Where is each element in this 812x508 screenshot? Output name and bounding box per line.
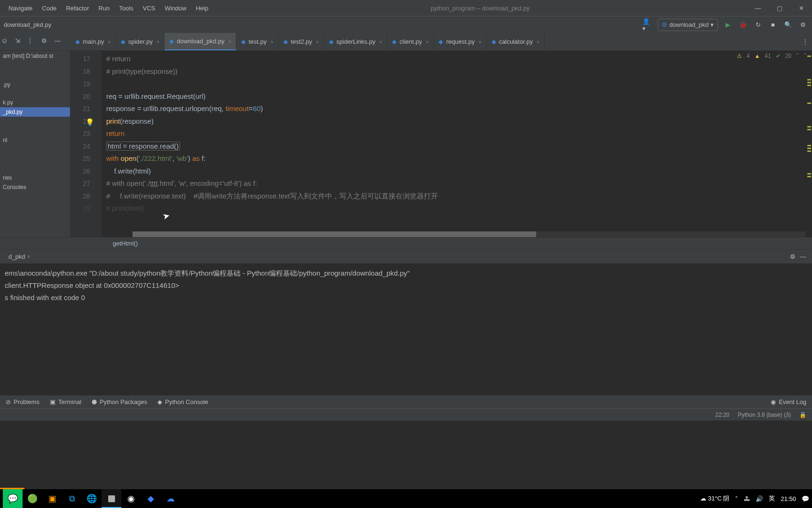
console-hide-icon[interactable]: — [798,252,808,262]
expand-icon[interactable]: ⇲ [15,37,24,47]
search-button[interactable]: 🔍 [783,20,793,30]
event-log-tool[interactable]: ◉Event Log [771,398,806,405]
tab-download-pkd[interactable]: ◆download_pkd.py× [164,33,236,50]
user-icon[interactable]: 👤▾ [642,20,653,30]
python-packages-tool[interactable]: ⬢Python Packages [92,398,147,405]
menu-code[interactable]: Code [37,2,61,14]
tab-main[interactable]: ◆main.py× [70,33,116,50]
structure-breadcrumb[interactable]: getHtml() [0,237,812,249]
chrome-icon[interactable]: ◉ [121,489,141,508]
code-editor[interactable]: 17181920212223242526272829 # return # pr… [70,51,812,237]
interpreter-selector[interactable]: Python 3.8 (base) (3) [738,412,791,418]
gear-icon[interactable]: ⚙ [41,37,51,47]
close-icon[interactable]: × [27,253,31,260]
python-icon: ◆ [169,38,174,45]
terminal-tool[interactable]: ▣Terminal [50,398,81,405]
debug-button[interactable]: 🐞 [738,20,748,30]
close-icon[interactable]: × [426,39,429,45]
ime-indicator[interactable]: 英 [769,494,775,503]
run-tab[interactable]: d_pkd× [4,252,35,262]
tab-calculator[interactable]: ◆calculator.py× [487,33,545,50]
error-stripe[interactable] [805,51,812,237]
maximize-button[interactable]: ▢ [769,0,790,16]
tree-item[interactable]: ries [0,173,70,183]
python-icon: ◆ [329,38,334,45]
app-icon-blue2[interactable]: ☁ [161,489,180,508]
menu-help[interactable]: Help [191,2,213,14]
volume-icon[interactable]: 🔊 [756,495,763,502]
tab-request[interactable]: ◆request.py× [434,33,486,50]
run-console[interactable]: ems\anoconda\python.exe "D:/about study/… [0,263,812,395]
project-view-options: ⊙ ⇲ ┊ ⚙ — [0,33,70,50]
close-icon[interactable]: × [156,39,159,45]
tree-item[interactable]: k.py [0,98,70,107]
tab-spider[interactable]: ◆spider.py× [116,33,164,50]
tree-item[interactable]: Consoles [0,183,70,192]
menu-navigate[interactable]: Navigate [4,2,37,14]
locate-icon[interactable]: ⊙ [2,37,11,47]
menu-run[interactable]: Run [94,2,115,14]
app-icon-blue[interactable]: ◆ [141,489,161,508]
minimize-button[interactable]: — [747,0,769,16]
tabs-overflow[interactable]: ⋮ [798,33,812,50]
tab-spiderlinks[interactable]: ◆spiderLinks.py× [324,33,388,50]
python-icon: ◆ [241,38,246,45]
console-line: client.HTTPResponse object at 0x00000270… [5,279,807,292]
stop-button[interactable]: ■ [768,20,778,30]
menu-tools[interactable]: Tools [114,2,138,14]
network-icon[interactable]: 🖧 [744,495,750,502]
weather-widget[interactable]: ☁ 31°C 阴 [700,494,729,503]
error-icon: ⚠ [737,53,742,59]
run-config-selector[interactable]: ⚙ download_pkd ▾ [657,19,718,31]
close-icon[interactable]: × [316,39,319,45]
tab-client[interactable]: ◆client.py× [387,33,434,50]
fold-gutter[interactable] [94,51,102,237]
tree-item[interactable]: .py [0,80,70,89]
tree-item-selected[interactable]: _pkd.py [0,107,70,117]
menu-vcs[interactable]: VCS [138,2,160,14]
settings-button[interactable]: ⚙ [798,20,808,30]
project-tree[interactable]: am [test] D:\about st .py k.py _pkd.py n… [0,51,70,237]
python-icon: ◆ [392,38,397,45]
vscode-icon[interactable]: ⧉ [62,489,82,508]
chevron-up-icon[interactable]: ˄ [796,53,799,59]
pycharm-icon[interactable]: ▦ [102,489,121,508]
close-icon[interactable]: × [228,39,231,44]
hide-icon[interactable]: — [55,37,64,47]
caret-position[interactable]: 22:20 [715,412,729,418]
lock-icon[interactable]: 🔒 [799,412,806,418]
close-icon[interactable]: × [537,39,539,45]
close-icon[interactable]: × [108,39,111,45]
close-icon[interactable]: × [379,39,382,45]
tab-test2[interactable]: ◆test2.py× [279,33,324,50]
menu-refactor[interactable]: Refactor [61,2,94,14]
clock[interactable]: 21:50 [781,495,796,502]
menu-window[interactable]: Window [160,2,191,14]
horizontal-scrollbar[interactable] [133,231,805,237]
weather-icon: ☁ [700,495,706,502]
problems-tool[interactable]: ⊘Problems [6,398,39,405]
edge-icon[interactable]: 🌐 [82,489,102,508]
wechat-icon[interactable]: 💬 [3,489,23,508]
close-button[interactable]: ✕ [790,0,812,16]
console-settings-icon[interactable]: ⚙ [788,252,798,262]
python-icon: ⚙ [662,21,667,28]
inspection-widget[interactable]: ⚠4 ▲41 ✔20 ˄ ˅ [737,53,806,59]
tray-chevron-icon[interactable]: ˄ [735,495,738,502]
python-console-tool[interactable]: ◆Python Console [157,398,208,405]
tab-test[interactable]: ◆test.py× [236,33,279,50]
sublime-icon[interactable]: ▣ [42,489,62,508]
run-coverage-button[interactable]: ↻ [753,20,763,30]
tree-item[interactable]: nl [0,135,70,145]
run-button[interactable]: ▶ [723,20,733,30]
notifications-icon[interactable]: 💬 [802,495,809,502]
python-icon: ◆ [283,38,288,45]
close-icon[interactable]: × [478,39,481,45]
close-icon[interactable]: × [270,39,273,45]
app-icon[interactable]: 🟢 [23,489,42,508]
breadcrumb[interactable]: download_pkd.py [4,21,642,28]
project-root[interactable]: am [test] D:\about st [0,51,70,61]
system-tray[interactable]: ☁ 31°C 阴 ˄ 🖧 🔊 英 21:50 💬 [700,494,809,503]
main-menu: Navigate Code Refactor Run Tools VCS Win… [4,2,213,14]
code-area[interactable]: # return # print(type(response)) req = u… [102,51,812,237]
